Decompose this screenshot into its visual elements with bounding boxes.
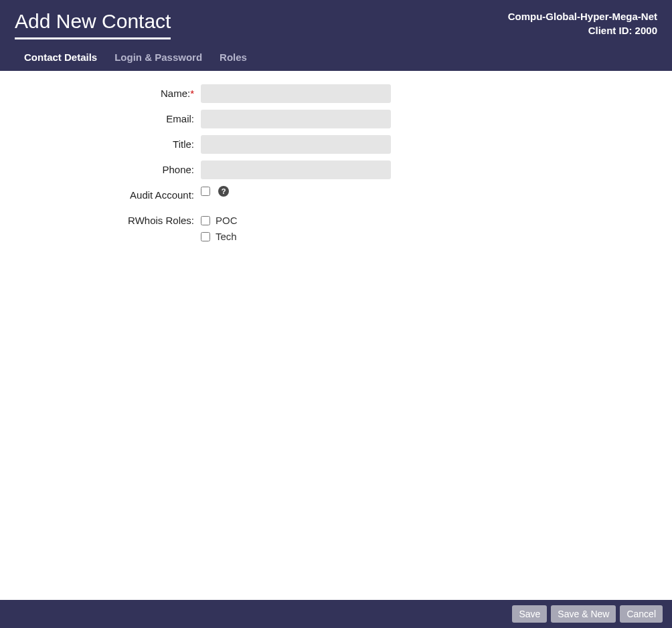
help-icon[interactable]: ? bbox=[218, 186, 229, 197]
rwhois-tech-checkbox[interactable] bbox=[201, 232, 210, 241]
cancel-button[interactable]: Cancel bbox=[620, 605, 663, 623]
label-title: Title: bbox=[0, 135, 201, 154]
row-title: Title: bbox=[0, 135, 672, 154]
row-name: Name:* bbox=[0, 84, 672, 103]
form-content: Name:* Email: Title: Phone: Audit Accoun… bbox=[0, 71, 672, 600]
client-id: Client ID: 2000 bbox=[508, 23, 657, 37]
footer: Save Save & New Cancel bbox=[0, 600, 672, 628]
row-rwhois-roles: RWhois Roles: POC Tech bbox=[0, 211, 672, 243]
rwhois-poc-label: POC bbox=[216, 214, 238, 227]
email-field[interactable] bbox=[201, 110, 391, 128]
save-button[interactable]: Save bbox=[512, 605, 547, 623]
title-field[interactable] bbox=[201, 135, 391, 154]
label-email: Email: bbox=[0, 110, 201, 128]
label-name: Name:* bbox=[0, 84, 201, 103]
phone-field[interactable] bbox=[201, 161, 391, 179]
audit-account-checkbox[interactable] bbox=[201, 187, 210, 196]
save-new-button[interactable]: Save & New bbox=[551, 605, 616, 623]
label-phone: Phone: bbox=[0, 161, 201, 179]
header-top: Add New Contact Compu-Global-Hyper-Mega-… bbox=[15, 9, 657, 39]
row-email: Email: bbox=[0, 110, 672, 128]
rwhois-tech-label: Tech bbox=[216, 230, 237, 243]
tab-contact-details[interactable]: Contact Details bbox=[24, 46, 97, 71]
rwhois-poc-checkbox[interactable] bbox=[201, 216, 210, 225]
required-mark: * bbox=[190, 88, 194, 99]
client-info: Compu-Global-Hyper-Mega-Net Client ID: 2… bbox=[508, 9, 657, 37]
row-phone: Phone: bbox=[0, 161, 672, 179]
client-name: Compu-Global-Hyper-Mega-Net bbox=[508, 9, 657, 23]
name-field[interactable] bbox=[201, 84, 391, 103]
label-audit-account: Audit Account: bbox=[0, 186, 201, 205]
tab-roles[interactable]: Roles bbox=[220, 46, 247, 71]
row-audit-account: Audit Account: ? bbox=[0, 186, 672, 205]
page-header: Add New Contact Compu-Global-Hyper-Mega-… bbox=[0, 0, 672, 71]
label-rwhois-roles: RWhois Roles: bbox=[0, 211, 201, 230]
page-title: Add New Contact bbox=[15, 9, 171, 39]
rwhois-option-poc[interactable]: POC bbox=[201, 214, 391, 227]
rwhois-option-tech[interactable]: Tech bbox=[201, 230, 391, 243]
tab-login-password[interactable]: Login & Password bbox=[114, 46, 202, 71]
tabs: Contact Details Login & Password Roles bbox=[15, 46, 657, 71]
